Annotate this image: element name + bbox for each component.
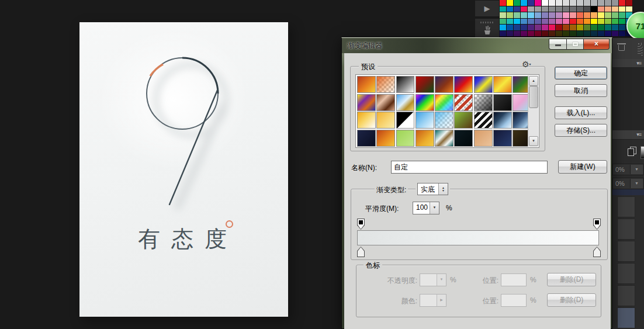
swatch-0-14[interactable] <box>598 0 604 6</box>
gradient-preset-2[interactable] <box>376 76 395 93</box>
swatch-5-0[interactable] <box>500 31 506 37</box>
swatch-0-3[interactable] <box>521 0 527 6</box>
swatch-4-6[interactable] <box>542 25 548 30</box>
swatch-0-12[interactable] <box>584 0 590 6</box>
gradient-preset-1[interactable] <box>357 76 376 93</box>
swatch-0-5[interactable] <box>535 0 541 6</box>
gradient-preset-8[interactable] <box>493 76 512 93</box>
gradient-thumbnail[interactable] <box>640 146 644 159</box>
swatch-0-7[interactable] <box>549 0 555 6</box>
swatch-1-0[interactable] <box>500 6 506 12</box>
swatch-4-0[interactable] <box>500 25 506 30</box>
gradient-preset-16[interactable] <box>474 94 493 111</box>
swatch-2-12[interactable] <box>584 12 590 18</box>
swatch-1-12[interactable] <box>584 6 590 12</box>
panel-tile-4[interactable] <box>617 263 635 284</box>
name-input[interactable] <box>391 161 548 174</box>
swatch-2-3[interactable] <box>521 12 527 18</box>
dialog-titlebar[interactable]: 渐变编辑器 × <box>342 38 612 53</box>
swatch-3-3[interactable] <box>521 19 527 25</box>
swatch-0-0[interactable] <box>500 0 506 6</box>
swatch-5-4[interactable] <box>528 31 534 37</box>
gradient-preset-11[interactable] <box>376 94 395 111</box>
panel-tile-1[interactable] <box>617 196 635 217</box>
swatch-0-2[interactable] <box>514 0 520 6</box>
swatch-1-11[interactable] <box>577 6 583 12</box>
swatch-0-13[interactable] <box>591 0 597 6</box>
scroll-down-icon[interactable]: ▼ <box>529 136 538 146</box>
gradient-preset-31[interactable] <box>416 130 434 147</box>
swatch-1-6[interactable] <box>542 6 548 12</box>
swatch-4-16[interactable] <box>612 25 618 30</box>
swatch-4-15[interactable] <box>605 25 611 30</box>
swatch-4-9[interactable] <box>563 25 569 30</box>
swatch-2-16[interactable] <box>612 12 618 18</box>
presets-menu-button[interactable]: ⚙▾ <box>522 59 536 70</box>
chevron-down-icon[interactable]: ▼ <box>630 179 643 188</box>
swatch-0-6[interactable] <box>542 0 548 6</box>
swatch-5-11[interactable] <box>577 31 583 37</box>
swatch-2-6[interactable] <box>542 12 548 18</box>
gradient-preset-10[interactable] <box>357 94 376 111</box>
swatch-1-9[interactable] <box>563 6 569 12</box>
swatch-0-17[interactable] <box>619 0 625 6</box>
swatch-4-1[interactable] <box>507 25 513 30</box>
swatch-4-12[interactable] <box>584 25 590 30</box>
swatch-2-11[interactable] <box>577 12 583 18</box>
gradient-preset-26[interactable] <box>493 112 512 129</box>
swatch-2-8[interactable] <box>556 12 562 18</box>
scroll-up-icon[interactable]: ▲ <box>529 76 538 86</box>
swatch-2-0[interactable] <box>500 12 506 18</box>
gradient-preset-29[interactable] <box>376 130 395 147</box>
panel-menu-icon[interactable]: ▾≡ <box>636 131 641 137</box>
swatch-3-14[interactable] <box>598 19 604 25</box>
gradient-preset-13[interactable] <box>416 94 434 111</box>
swatch-0-16[interactable] <box>612 0 618 6</box>
swatch-2-9[interactable] <box>563 12 569 18</box>
swatch-1-15[interactable] <box>605 6 611 12</box>
swatch-5-2[interactable] <box>514 31 520 37</box>
swatch-2-4[interactable] <box>528 12 534 18</box>
maximize-button[interactable] <box>566 39 584 50</box>
swatch-3-10[interactable] <box>570 19 576 25</box>
gradient-preset-25[interactable] <box>474 112 493 129</box>
swatch-5-7[interactable] <box>549 31 555 37</box>
swatch-5-3[interactable] <box>521 31 527 37</box>
canvas-poster[interactable]: 有态度 <box>79 22 288 317</box>
swatch-4-10[interactable] <box>570 25 576 30</box>
close-button[interactable]: × <box>584 39 610 50</box>
swatch-1-17[interactable] <box>619 6 625 12</box>
gradient-preset-19[interactable] <box>357 112 376 129</box>
panel-header-1[interactable]: ▾≡ <box>612 59 644 68</box>
swatch-1-3[interactable] <box>521 6 527 12</box>
swatch-5-10[interactable] <box>570 31 576 37</box>
gradient-preset-14[interactable] <box>435 94 453 111</box>
chevron-down-icon[interactable]: ▼ <box>630 165 643 174</box>
panel-header-2[interactable]: ▾≡ <box>612 130 644 140</box>
fill-field[interactable]: 0% ▼ <box>612 178 644 189</box>
swatch-0-10[interactable] <box>570 0 576 6</box>
swatch-5-12[interactable] <box>584 31 590 37</box>
swatch-5-6[interactable] <box>542 31 548 37</box>
gradient-preset-15[interactable] <box>454 94 473 111</box>
gradient-preset-5[interactable] <box>435 76 453 93</box>
swatch-3-1[interactable] <box>507 19 513 25</box>
gradient-preset-24[interactable] <box>454 112 473 129</box>
gradient-preset-21[interactable] <box>396 112 415 129</box>
swatch-3-6[interactable] <box>542 19 548 25</box>
swatch-1-10[interactable] <box>570 6 576 12</box>
new-button[interactable]: 新建(W) <box>558 160 607 174</box>
swatch-3-5[interactable] <box>535 19 541 25</box>
swatch-2-10[interactable] <box>570 12 576 18</box>
swatch-4-17[interactable] <box>619 25 625 30</box>
swatch-4-7[interactable] <box>549 25 555 30</box>
swatch-5-16[interactable] <box>612 31 618 37</box>
brush-presets-button[interactable] <box>475 18 500 38</box>
scrollbar-thumb[interactable] <box>529 86 538 108</box>
cancel-button[interactable]: 取消 <box>555 84 607 97</box>
swatch-5-15[interactable] <box>605 31 611 37</box>
minimize-button[interactable] <box>549 39 566 50</box>
trash-icon[interactable] <box>618 43 625 51</box>
ok-button[interactable]: 确定 <box>555 67 607 79</box>
swatch-2-14[interactable] <box>598 12 604 18</box>
